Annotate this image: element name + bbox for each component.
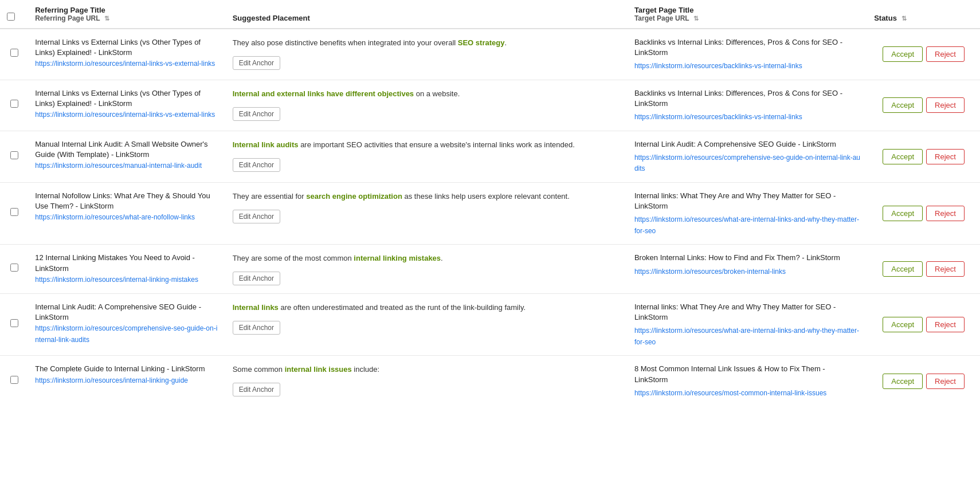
- anchor-text: internal link issues: [285, 365, 352, 374]
- target-page-title: Backlinks vs Internal Links: Differences…: [634, 37, 860, 58]
- target-page-url[interactable]: https://linkstorm.io/resources/backlinks…: [634, 113, 802, 121]
- target-sort-icon[interactable]: ⇅: [693, 15, 699, 22]
- target-page-url[interactable]: https://linkstorm.io/resources/backlinks…: [634, 62, 802, 70]
- reject-button[interactable]: Reject: [926, 261, 965, 277]
- edit-anchor-button[interactable]: Edit Anchor: [233, 210, 280, 223]
- referring-page-url[interactable]: https://linkstorm.io/resources/internal-…: [35, 60, 215, 68]
- anchor-text: search engine optimization: [306, 192, 402, 201]
- suggestions-table: Referring Page Title Referring Page URL …: [0, 0, 980, 406]
- accept-button[interactable]: Accept: [883, 374, 923, 389]
- status-sort-icon[interactable]: ⇅: [901, 15, 907, 22]
- row-checkbox-5[interactable]: [10, 264, 18, 272]
- reject-button[interactable]: Reject: [926, 317, 965, 332]
- referring-page-url[interactable]: https://linkstorm.io/resources/internal-…: [35, 376, 188, 384]
- target-page-url[interactable]: https://linkstorm.io/resources/comprehen…: [634, 154, 860, 173]
- referring-page-cell: Internal Links vs External Links (vs Oth…: [28, 29, 225, 80]
- target-page-url[interactable]: https://linkstorm.io/resources/most-comm…: [634, 389, 826, 397]
- edit-anchor-button[interactable]: Edit Anchor: [233, 383, 280, 396]
- select-all-checkbox[interactable]: [7, 13, 15, 21]
- accept-button[interactable]: Accept: [883, 46, 923, 62]
- action-btn-group: AcceptReject: [874, 374, 973, 389]
- row-checkbox-cell: [0, 131, 28, 182]
- row-checkbox-cell: [0, 245, 28, 294]
- row-checkbox-6[interactable]: [10, 319, 18, 327]
- status-cell: AcceptReject: [867, 80, 980, 131]
- edit-anchor-button[interactable]: Edit Anchor: [233, 321, 280, 335]
- table-row: Manual Internal Link Audit: A Small Webs…: [0, 131, 980, 182]
- referring-page-cell: The Complete Guide to Internal Linking -…: [28, 356, 225, 406]
- row-checkbox-1[interactable]: [10, 49, 18, 57]
- referring-page-url[interactable]: https://linkstorm.io/resources/internal-…: [35, 276, 198, 284]
- target-page-title: Broken Internal Links: How to Find and F…: [634, 253, 860, 263]
- referring-sort-icon[interactable]: ⇅: [104, 15, 109, 22]
- anchor-text: internal linking mistakes: [354, 254, 441, 262]
- suggested-placement-header: Suggested Placement: [226, 0, 628, 29]
- suggested-text: They are some of the most common interna…: [233, 253, 621, 265]
- row-checkbox-cell: [0, 29, 28, 80]
- referring-page-url[interactable]: https://linkstorm.io/resources/what-are-…: [35, 213, 195, 221]
- target-url-label: Target Page URL ⇅: [634, 14, 860, 22]
- accept-button[interactable]: Accept: [883, 206, 923, 221]
- reject-button[interactable]: Reject: [926, 149, 965, 164]
- suggested-placement-cell: They also pose distinctive benefits when…: [226, 29, 628, 80]
- row-checkbox-2[interactable]: [10, 100, 18, 108]
- row-checkbox-3[interactable]: [10, 151, 18, 159]
- target-title-label: Target Page Title: [634, 6, 694, 14]
- suggested-placement-cell: Internal and external links have differe…: [226, 80, 628, 131]
- suggested-text: Some common internal link issues include…: [233, 364, 621, 376]
- select-all-header[interactable]: [0, 0, 28, 29]
- table-row: Internal Nofollow Links: What Are They &…: [0, 182, 980, 244]
- target-page-title: Internal Link Audit: A Comprehensive SEO…: [634, 139, 860, 150]
- row-checkbox-cell: [0, 294, 28, 356]
- accept-button[interactable]: Accept: [883, 97, 923, 113]
- edit-anchor-button[interactable]: Edit Anchor: [233, 158, 280, 172]
- referring-page-title: Internal Link Audit: A Comprehensive SEO…: [35, 302, 218, 323]
- action-btn-group: AcceptReject: [874, 317, 973, 332]
- target-page-cell: 8 Most Common Internal Link Issues & How…: [628, 356, 867, 406]
- reject-button[interactable]: Reject: [926, 206, 965, 221]
- anchor-text: Internal and external links have differe…: [233, 89, 414, 98]
- status-cell: AcceptReject: [867, 245, 980, 294]
- row-checkbox-7[interactable]: [10, 376, 18, 384]
- suggested-text: They also pose distinctive benefits when…: [233, 37, 621, 49]
- target-page-cell: Internal links: What They Are and Why Th…: [628, 182, 867, 244]
- referring-page-cell: Internal Nofollow Links: What Are They &…: [28, 182, 225, 244]
- action-btn-group: AcceptReject: [874, 97, 973, 113]
- suggested-placement-cell: They are essential for search engine opt…: [226, 182, 628, 244]
- edit-anchor-button[interactable]: Edit Anchor: [233, 107, 280, 121]
- referring-page-cell: Internal Links vs External Links (vs Oth…: [28, 80, 225, 131]
- target-page-url[interactable]: https://linkstorm.io/resources/what-are-…: [634, 215, 859, 235]
- referring-page-cell: 12 Internal Linking Mistakes You Need to…: [28, 245, 225, 294]
- accept-button[interactable]: Accept: [883, 149, 923, 164]
- status-cell: AcceptReject: [867, 29, 980, 80]
- referring-page-url[interactable]: https://linkstorm.io/resources/internal-…: [35, 111, 215, 119]
- reject-button[interactable]: Reject: [926, 374, 965, 389]
- target-page-title: 8 Most Common Internal Link Issues & How…: [634, 364, 860, 384]
- accept-button[interactable]: Accept: [883, 261, 923, 277]
- main-table-container: Referring Page Title Referring Page URL …: [0, 0, 980, 406]
- suggested-text: Internal and external links have differe…: [233, 88, 621, 100]
- referring-page-title: Internal Links vs External Links (vs Oth…: [35, 37, 218, 58]
- referring-page-title: The Complete Guide to Internal Linking -…: [35, 364, 218, 374]
- referring-page-url[interactable]: https://linkstorm.io/resources/comprehen…: [35, 324, 217, 344]
- referring-page-url[interactable]: https://linkstorm.io/resources/manual-in…: [35, 162, 202, 170]
- row-checkbox-4[interactable]: [10, 208, 18, 216]
- target-page-url[interactable]: https://linkstorm.io/resources/what-are-…: [634, 327, 859, 346]
- status-cell: AcceptReject: [867, 294, 980, 356]
- action-btn-group: AcceptReject: [874, 206, 973, 221]
- reject-button[interactable]: Reject: [926, 46, 965, 62]
- anchor-text: SEO strategy: [458, 38, 505, 47]
- edit-anchor-button[interactable]: Edit Anchor: [233, 56, 280, 70]
- target-page-url[interactable]: https://linkstorm.io/resources/broken-in…: [634, 268, 786, 276]
- edit-anchor-button[interactable]: Edit Anchor: [233, 272, 280, 285]
- referring-url-label: Referring Page URL ⇅: [35, 14, 218, 22]
- reject-button[interactable]: Reject: [926, 97, 965, 113]
- suggested-placement-cell: Internal link audits are important SEO a…: [226, 131, 628, 182]
- referring-page-header: Referring Page Title Referring Page URL …: [28, 0, 225, 29]
- target-page-title: Internal links: What They Are and Why Th…: [634, 302, 860, 323]
- target-page-title: Internal links: What They Are and Why Th…: [634, 191, 860, 211]
- row-checkbox-cell: [0, 80, 28, 131]
- table-row: 12 Internal Linking Mistakes You Need to…: [0, 245, 980, 294]
- table-header-row: Referring Page Title Referring Page URL …: [0, 0, 980, 29]
- accept-button[interactable]: Accept: [883, 317, 923, 332]
